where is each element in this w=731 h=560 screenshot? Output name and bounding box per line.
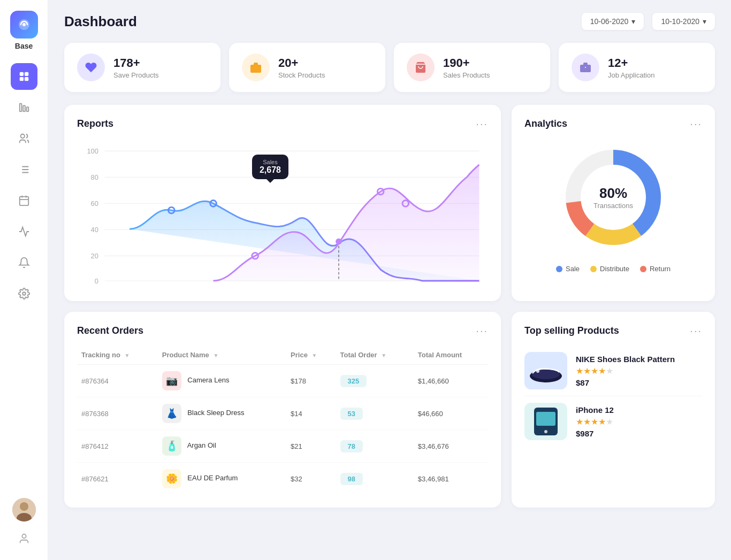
order-badge: 78: [340, 440, 363, 452]
sidebar-nav: [0, 63, 48, 498]
svg-text:12am: 12am: [204, 287, 222, 288]
tooltip-value: 2,678: [260, 165, 281, 175]
sidebar-item-profile[interactable]: [13, 528, 35, 549]
svg-point-12: [20, 502, 28, 511]
star-filled-icon: ★: [591, 366, 598, 375]
brand-name: Base: [15, 42, 33, 50]
svg-rect-6: [23, 105, 25, 111]
donut-legend: Sale Distribute Return: [556, 265, 671, 273]
svg-rect-7: [26, 107, 28, 111]
stat-icon-bag: [242, 53, 270, 81]
donut-center: 80% Transactions: [593, 185, 633, 210]
order-badge: 98: [340, 473, 363, 485]
stat-label: Stock Products: [278, 71, 325, 79]
cell-total-amount: $46,660: [414, 397, 488, 430]
analytics-menu[interactable]: ···: [690, 118, 702, 130]
product-item: iPhone 12 ★★★★★ $987: [524, 396, 702, 447]
star-filled-icon: ★: [598, 366, 606, 375]
stat-number: 190+: [443, 56, 490, 70]
svg-point-8: [20, 134, 24, 138]
reports-menu[interactable]: ···: [476, 118, 488, 130]
cell-tracking: #876412: [77, 430, 158, 463]
page-title: Dashboard: [64, 13, 137, 30]
date-to[interactable]: 10-10-2020 ▾: [652, 13, 715, 30]
star-empty-icon: ★: [606, 366, 613, 375]
svg-rect-17: [580, 65, 591, 72]
chevron-down-icon: ▾: [631, 17, 635, 26]
product-image: 👗: [162, 404, 181, 423]
sidebar: Base: [0, 0, 48, 560]
svg-text:60: 60: [91, 200, 98, 208]
reports-chart: Sales 2,678 100 80 60 40: [77, 139, 488, 288]
cell-total-amount: $3,46,981: [414, 463, 488, 495]
svg-rect-4: [24, 77, 28, 81]
order-badge: 53: [340, 408, 363, 420]
sidebar-item-notifications[interactable]: [11, 249, 37, 276]
sort-icon: ▼: [213, 352, 218, 358]
donut-sub: Transactions: [593, 202, 633, 210]
sidebar-item-calendar[interactable]: [11, 187, 37, 214]
legend-dot-return: [640, 266, 646, 272]
product-name: Camera Lens: [187, 376, 229, 384]
sidebar-item-users[interactable]: [11, 125, 37, 152]
sidebar-item-dashboard[interactable]: [11, 63, 37, 90]
svg-text:02am: 02am: [288, 287, 306, 288]
product-name: iPhone 12: [576, 405, 702, 415]
col-total-amount: Total Amount: [414, 346, 488, 365]
recent-orders-header: Recent Orders ···: [77, 325, 488, 337]
svg-point-47: [336, 239, 342, 245]
stat-info-stock-products: 20+ Stock Products: [278, 56, 325, 79]
cell-price: $14: [286, 397, 336, 430]
orders-table: Tracking no ▼ Product Name ▼ Price ▼ T: [77, 346, 488, 495]
donut-container: 80% Transactions Sale Distribute: [524, 139, 702, 273]
table-row: #876621 🌼 EAU DE Parfum $32 98 $3,46,981: [77, 463, 488, 495]
recent-orders-card: Recent Orders ··· Tracking no ▼ Product …: [64, 312, 501, 508]
date-from[interactable]: 10-06-2020 ▾: [582, 13, 644, 30]
svg-point-54: [536, 370, 539, 373]
table-row: #876364 📷 Camera Lens $178 325 $1,46,660: [77, 365, 488, 397]
top-products-title: Top selling Products: [524, 325, 619, 336]
stat-label: Sales Products: [443, 71, 490, 79]
stat-card-stock-products: 20+ Stock Products: [229, 43, 385, 92]
cell-total-amount: $3,46,676: [414, 430, 488, 463]
sidebar-item-settings[interactable]: [11, 280, 37, 307]
svg-rect-3: [19, 77, 23, 81]
avatar[interactable]: [12, 498, 36, 521]
svg-text:01am: 01am: [247, 287, 264, 288]
stat-icon-shopping: [407, 53, 435, 81]
header-dates: 10-06-2020 ▾ 10-10-2020 ▾: [582, 13, 715, 30]
donut-percent: 80%: [593, 185, 633, 202]
analytics-card-header: Analytics ···: [524, 118, 702, 130]
cell-product: 🌼 EAU DE Parfum: [158, 463, 286, 495]
stat-card-save-products: 178+ Save Products: [64, 43, 220, 92]
chevron-down-icon: ▾: [703, 17, 706, 26]
stat-info-save-products: 178+ Save Products: [113, 56, 159, 79]
product-name: Black Sleep Dress: [187, 409, 244, 417]
col-product: Product Name ▼: [158, 346, 286, 365]
cell-product: 👗 Black Sleep Dress: [158, 397, 286, 430]
stat-icon-briefcase: [572, 53, 599, 81]
product-name: EAU DE Parfum: [187, 474, 238, 482]
recent-orders-title: Recent Orders: [77, 325, 143, 336]
cell-tracking: #876368: [77, 397, 158, 430]
tooltip-label: Sales: [260, 159, 281, 165]
cell-total-order: 98: [336, 463, 414, 495]
header: Dashboard 10-06-2020 ▾ 10-10-2020 ▾: [64, 13, 715, 30]
product-name: Argan Oil: [187, 441, 216, 449]
top-products-menu[interactable]: ···: [690, 325, 702, 337]
svg-text:11am: 11am: [163, 287, 180, 288]
svg-text:0: 0: [95, 277, 98, 285]
recent-orders-menu[interactable]: ···: [476, 325, 488, 337]
product-item: NIKE Shoes Black Pattern ★★★★★ $87: [524, 346, 702, 396]
svg-text:20: 20: [91, 252, 98, 260]
sidebar-item-activity[interactable]: [11, 218, 37, 245]
cell-tracking: #876621: [77, 463, 158, 495]
cell-product: 📷 Camera Lens: [158, 365, 286, 397]
sidebar-item-orders[interactable]: [11, 156, 37, 183]
sidebar-bottom: [12, 498, 36, 549]
product-image: 📷: [162, 371, 181, 390]
product-name: NIKE Shoes Black Pattern: [576, 355, 702, 364]
star-filled-icon: ★: [576, 417, 583, 426]
stat-label: Save Products: [113, 71, 159, 79]
sidebar-item-analytics[interactable]: [11, 94, 37, 121]
